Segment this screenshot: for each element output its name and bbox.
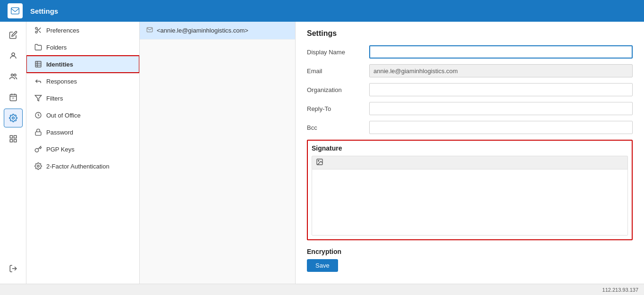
- nav-filters[interactable]: Filters: [26, 90, 139, 107]
- nav-identities[interactable]: Identities: [26, 56, 139, 73]
- svg-rect-10: [10, 135, 12, 138]
- sidebar-apps[interactable]: [4, 129, 23, 148]
- sidebar-contacts[interactable]: [4, 46, 23, 65]
- svg-point-2: [11, 74, 13, 76]
- nav-responses-label: Responses: [46, 78, 77, 85]
- nav-out-of-office-label: Out of Office: [46, 112, 81, 119]
- reply-to-input[interactable]: [369, 102, 633, 115]
- filter-icon: [34, 94, 42, 102]
- bcc-input[interactable]: [369, 121, 633, 134]
- svg-rect-20: [35, 61, 41, 67]
- nav-2fa[interactable]: 2-Factor Authentication: [26, 158, 139, 175]
- organization-label: Organization: [307, 86, 364, 93]
- folder-icon: [34, 43, 42, 51]
- svg-point-15: [35, 27, 37, 29]
- nav-identities-label: Identities: [46, 61, 73, 68]
- svg-text:16: 16: [12, 97, 15, 100]
- nav-responses[interactable]: Responses: [26, 73, 139, 90]
- display-name-row: Display Name: [307, 45, 633, 59]
- nav-panel: Preferences Folders Identities Responses…: [26, 22, 140, 284]
- svg-point-3: [14, 74, 16, 76]
- table-icon: [34, 60, 42, 68]
- svg-point-30: [318, 160, 319, 161]
- key-icon: [34, 145, 42, 153]
- sidebar-calendar[interactable]: 16: [4, 88, 23, 107]
- nav-filters-label: Filters: [46, 95, 63, 102]
- mail-icon: [8, 3, 23, 18]
- page-title: Settings: [30, 7, 58, 15]
- nav-pgp-keys[interactable]: PGP Keys: [26, 141, 139, 158]
- nav-2fa-label: 2-Factor Authentication: [46, 163, 110, 170]
- sidebar-settings[interactable]: [4, 109, 23, 127]
- svg-rect-26: [35, 132, 41, 135]
- svg-marker-24: [35, 95, 41, 101]
- display-name-input[interactable]: [369, 45, 633, 59]
- svg-point-27: [37, 165, 39, 167]
- signature-section: Signature: [307, 140, 633, 240]
- statusbar: 112.213.93.137: [0, 284, 644, 295]
- lock-icon: [34, 128, 42, 136]
- svg-line-18: [39, 31, 41, 33]
- bcc-row: Bcc: [307, 121, 633, 134]
- nav-preferences-label: Preferences: [46, 27, 79, 34]
- email-row: Email: [307, 64, 633, 77]
- nav-folders-label: Folders: [46, 44, 67, 51]
- sidebar-compose[interactable]: [4, 25, 23, 44]
- organization-row: Organization: [307, 83, 633, 96]
- svg-line-19: [37, 29, 38, 30]
- email-panel: <annie.le@giaminhlogistics.com>: [140, 22, 296, 284]
- encryption-section: Encryption: [307, 248, 633, 255]
- nav-preferences[interactable]: Preferences: [26, 22, 139, 39]
- signature-title: Signature: [312, 144, 628, 152]
- nav-password-label: Password: [46, 129, 73, 136]
- nav-folders[interactable]: Folders: [26, 39, 139, 56]
- settings-title: Settings: [307, 29, 633, 38]
- email-label: Email: [307, 67, 364, 75]
- svg-point-1: [12, 53, 15, 56]
- content-panel: Settings Display Name Email Organization…: [296, 22, 644, 284]
- reply-to-label: Reply-To: [307, 105, 364, 112]
- main-layout: 16 Preferences Folders: [0, 22, 644, 284]
- svg-point-9: [12, 117, 14, 119]
- organization-input[interactable]: [369, 83, 633, 96]
- nav-password[interactable]: Password: [26, 124, 139, 141]
- email-input: [369, 64, 633, 77]
- nav-pgp-keys-label: PGP Keys: [46, 146, 75, 153]
- svg-rect-0: [11, 8, 19, 14]
- svg-rect-13: [14, 140, 16, 142]
- signature-editor[interactable]: [312, 169, 628, 236]
- display-name-label: Display Name: [307, 49, 364, 56]
- encryption-title: Encryption: [307, 248, 633, 255]
- email-list-item[interactable]: <annie.le@giaminhlogistics.com>: [140, 22, 295, 40]
- gear-icon: [34, 162, 42, 170]
- sidebar-power[interactable]: [4, 259, 23, 278]
- email-item-icon: [146, 26, 153, 34]
- sidebar-users[interactable]: [4, 67, 23, 86]
- svg-rect-11: [14, 135, 16, 138]
- email-item-address: <annie.le@giaminhlogistics.com>: [157, 27, 248, 34]
- bcc-label: Bcc: [307, 124, 364, 131]
- topbar: Settings: [0, 0, 644, 22]
- svg-point-16: [35, 31, 37, 33]
- reply-icon: [34, 77, 42, 85]
- reply-to-row: Reply-To: [307, 102, 633, 115]
- nav-out-of-office[interactable]: Out of Office: [26, 107, 139, 124]
- svg-rect-12: [10, 140, 12, 142]
- save-button[interactable]: Save: [307, 259, 338, 272]
- scissors-icon: [34, 26, 42, 34]
- image-icon[interactable]: [316, 158, 323, 167]
- signature-toolbar: [312, 156, 628, 169]
- icon-sidebar: 16: [0, 22, 26, 284]
- ip-address: 112.213.93.137: [602, 287, 638, 293]
- clock-icon: [34, 111, 42, 119]
